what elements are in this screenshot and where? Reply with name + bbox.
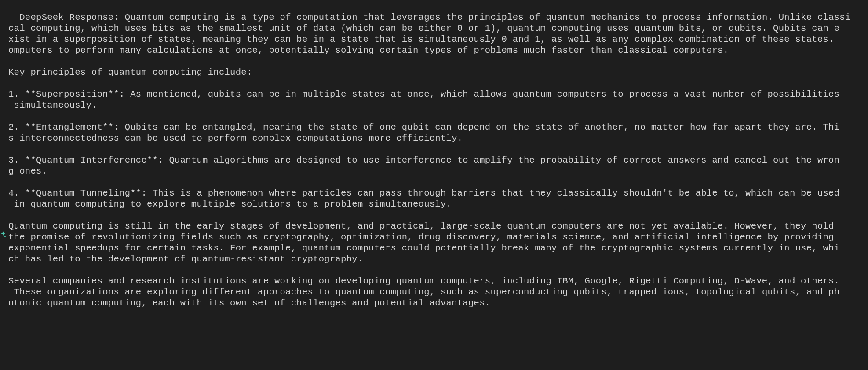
response-prefix: DeepSeek Response: [19, 12, 124, 22]
terminal-output[interactable]: DeepSeek Response: Quantum computing is … [0, 0, 868, 308]
sparkle-icon[interactable] [0, 231, 7, 238]
response-content: Quantum computing is a type of computati… [8, 12, 851, 308]
